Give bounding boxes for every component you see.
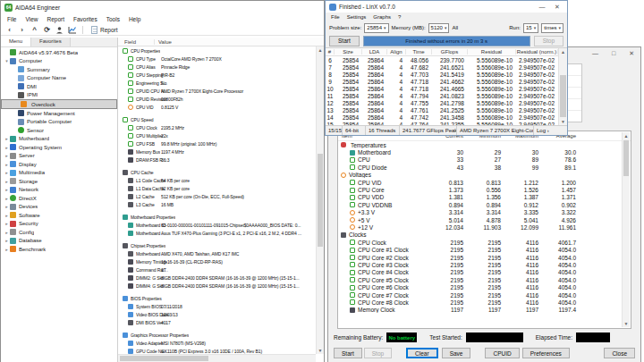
scroll-up-icon[interactable]: ▲: [623, 132, 630, 139]
expand-arrow-icon[interactable]: ▸: [4, 230, 10, 235]
scroll-thumb[interactable]: [318, 154, 323, 246]
linx-col-residual[interactable]: Residual: [468, 49, 516, 55]
start-button[interactable]: Start: [334, 348, 362, 358]
field-row-l2-cache[interactable]: L2 Cache512 KB per core (On-Die, ECC, Fu…: [118, 192, 316, 200]
scroll-down-icon[interactable]: ▼: [317, 347, 324, 354]
field-row-motherboard-name[interactable]: Motherboard NameAsus TUF X470-Plus Gamin…: [118, 229, 316, 237]
field-pane-vscrollbar[interactable]: ▲ ▼: [316, 46, 324, 354]
sidebar-item-multimedia[interactable]: ▸Multimedia: [1, 169, 117, 178]
field-row-command-rate-cr[interactable]: Command Rate (CR)1T: [118, 265, 316, 274]
user-icon[interactable]: [54, 25, 65, 35]
field-row-dmi-bios-version[interactable]: DMI BIOS Version4017: [118, 318, 316, 326]
field-row-cpu-stepping[interactable]: CPU SteppingPiR-B2: [118, 71, 316, 79]
sidebar-item-operating-system[interactable]: ▸Operating System: [1, 143, 117, 152]
linx-menu-file[interactable]: File: [327, 14, 343, 20]
chart-icon[interactable]: [66, 25, 78, 35]
linx-col-size[interactable]: Size: [335, 49, 362, 55]
sidebar-item-database[interactable]: ▸Database: [1, 237, 117, 246]
scroll-down-icon[interactable]: ▼: [623, 320, 630, 327]
field-row-video-adapter[interactable]: Video AdapterMSI N780Ti (MS-V298): [118, 339, 316, 347]
report-button[interactable]: Report: [88, 25, 122, 35]
run-count-select[interactable]: 15 ▾: [523, 23, 538, 33]
field-row-dimm4-g-skill-flarex-f4-320[interactable]: DIMM4: G Skill FlareX F4-320...8 GB DDR4…: [118, 282, 316, 290]
expand-arrow-icon[interactable]: ▸: [4, 213, 10, 218]
expand-arrow-icon[interactable]: ▸: [4, 247, 10, 252]
linx-col-align[interactable]: Align: [387, 49, 406, 55]
sidebar-item-portable-computer[interactable]: Portable Computer: [1, 118, 117, 127]
sidebar-item-software[interactable]: ▸Software: [1, 211, 117, 220]
sidebar-item-dmi[interactable]: DMI: [1, 82, 117, 91]
sidebar-item-server[interactable]: ▸Server: [1, 152, 117, 161]
sidebar-item-aida64-v5-97-4676-beta[interactable]: AIDA64 v5.97.4676 Beta: [1, 48, 117, 57]
start-button[interactable]: Start: [329, 36, 360, 46]
field-row-motherboard-chipset[interactable]: Motherboard ChipsetAMD X470, AMD Taishan…: [118, 249, 316, 257]
field-section-cpu-speed[interactable]: CPU Speed: [118, 115, 316, 123]
field-row-video-bios-date[interactable]: Video BIOS Date12/03/13: [118, 310, 316, 318]
expand-arrow-icon[interactable]: ▸: [4, 238, 10, 243]
sidebar-item-motherboard[interactable]: ▸Motherboard: [1, 135, 117, 144]
field-row-dimm2-g-skill-flarex-f4-320[interactable]: DIMM2: G Skill FlareX F4-320...8 GB DDR4…: [118, 274, 316, 282]
field-row-gpu-code-name[interactable]: GPU Code NameGK110B (PCI Express 3.0 x16…: [118, 347, 316, 354]
field-pane-hscrollbar[interactable]: [118, 354, 316, 362]
linx-col-lda[interactable]: LDA: [362, 49, 387, 55]
up-icon[interactable]: ^: [29, 25, 40, 35]
save-button[interactable]: Save: [442, 348, 471, 358]
field-row-cpu-type[interactable]: CPU TypeOctalCore AMD Ryzen 7 2700X: [118, 55, 316, 63]
scroll-down-icon[interactable]: ▼: [559, 118, 567, 125]
expand-arrow-icon[interactable]: ▸: [4, 196, 10, 201]
sidebar-item-directx[interactable]: ▸DirectX: [1, 194, 117, 203]
expand-arrow-icon[interactable]: ▸: [4, 162, 10, 167]
field-row-cpuid-revision[interactable]: CPUID Revision00800F82h: [118, 95, 316, 103]
clear-button[interactable]: Clear: [406, 348, 438, 358]
sidebar-item-network[interactable]: ▸Network: [1, 186, 117, 195]
linx-col-residual-norm[interactable]: Residual (norm.): [516, 49, 558, 55]
sidebar-item-config[interactable]: ▸Config: [1, 228, 117, 237]
expand-arrow-icon[interactable]: ▸: [4, 179, 10, 184]
maximize-icon[interactable]: □: [612, 50, 615, 57]
linx-col-item[interactable]: #: [326, 49, 335, 55]
field-section-graphics-processor-properties[interactable]: Graphics Processor Properties: [118, 331, 316, 339]
field-row-l1-data-cache[interactable]: L1 Data Cache32 KB per core: [118, 184, 316, 192]
expand-arrow-icon[interactable]: ▾: [4, 58, 10, 63]
sidebar-item-devices[interactable]: ▸Devices: [1, 203, 117, 212]
sidebar-item-storage[interactable]: ▸Storage: [1, 177, 117, 186]
cpuid-button[interactable]: CPUID: [485, 348, 519, 358]
field-row-l1-code-cache[interactable]: L1 Code Cache64 KB per core: [118, 176, 316, 184]
expand-arrow-icon[interactable]: ▸: [4, 204, 10, 209]
sidebar-item-benchmark[interactable]: ▸Benchmark: [1, 245, 117, 254]
minimize-icon[interactable]: —: [536, 4, 548, 10]
expand-arrow-icon[interactable]: ▸: [4, 221, 10, 226]
expand-arrow-icon[interactable]: ▸: [4, 170, 10, 175]
field-row-memory-bus[interactable]: Memory Bus1197.4 MHz: [118, 147, 316, 156]
sidebar-item-computer-name[interactable]: Computer Name: [1, 74, 117, 83]
field-row-cpu-alias[interactable]: CPU AliasPinnacle Ridge: [118, 63, 316, 71]
field-row-motherboard-id[interactable]: Motherboard ID63-0100-000001-00101111-09…: [118, 221, 316, 229]
expand-arrow-icon[interactable]: ▸: [4, 187, 10, 192]
preferences-button[interactable]: Preferences: [522, 348, 570, 358]
linx-col-gflops[interactable]: GFlops: [432, 49, 468, 55]
tab-menu[interactable]: Menu: [1, 38, 31, 46]
close-icon[interactable]: ✕: [551, 4, 564, 11]
hscroll-thumb[interactable]: [120, 356, 208, 361]
linx-menu-settings[interactable]: Settings: [343, 14, 370, 20]
sidebar-item-security[interactable]: ▸Security: [1, 220, 117, 229]
forward-icon[interactable]: ›: [16, 25, 28, 35]
scroll-up-icon[interactable]: ▲: [317, 46, 324, 54]
aida-menu-favorites[interactable]: Favorites: [69, 16, 102, 22]
sidebar-item-display[interactable]: ▸Display: [1, 160, 117, 169]
field-column-header[interactable]: Field: [118, 39, 155, 45]
field-section-cpu-properties[interactable]: CPU Properties: [118, 46, 316, 55]
sensor-vscrollbar[interactable]: ▲ ▼: [622, 132, 630, 327]
field-row-cpuid-cpu-name[interactable]: CPUID CPU NameAMD Ryzen 7 2700X Eight-Co…: [118, 87, 316, 95]
sidebar-item-overclock[interactable]: Overclock: [1, 99, 117, 109]
linx-menu-item[interactable]: ?: [394, 14, 404, 20]
aida-menu-file[interactable]: File: [3, 16, 21, 22]
close-button[interactable]: Close: [604, 348, 635, 358]
field-row-l3-cache[interactable]: L3 Cache16 MB: [118, 200, 316, 208]
aida-menu-view[interactable]: View: [21, 16, 42, 22]
scroll-thumb[interactable]: [560, 75, 566, 117]
expand-arrow-icon[interactable]: ▸: [4, 136, 10, 141]
field-section-motherboard-properties[interactable]: Motherboard Properties: [118, 213, 316, 221]
field-row-cpu-fsb[interactable]: CPU FSB99.8 MHz (original: 100 MHz): [118, 139, 316, 147]
sidebar-item-sensor[interactable]: Sensor: [1, 126, 117, 135]
